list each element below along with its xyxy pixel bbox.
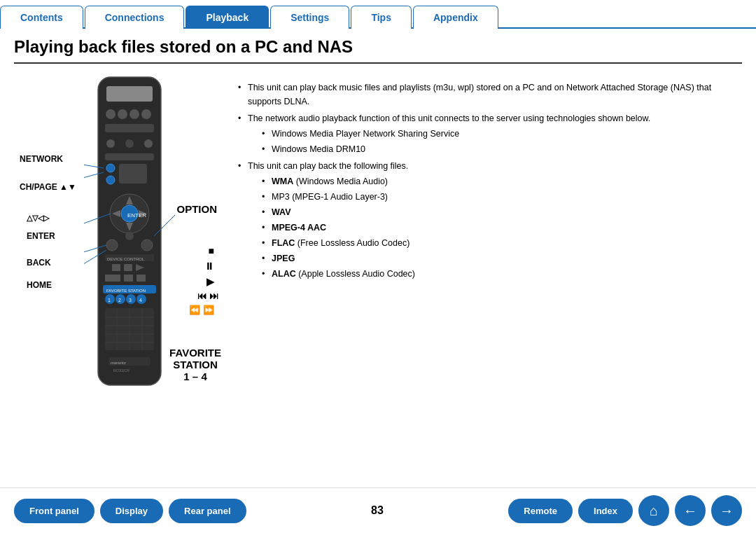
svg-text:ENTER: ENTER xyxy=(127,212,146,219)
svg-point-12 xyxy=(106,176,115,184)
remote-button[interactable]: Remote xyxy=(508,499,573,523)
format-jpeg: JPEG xyxy=(262,251,742,265)
main-content: Playing back files stored on a PC and NA… xyxy=(0,29,756,487)
label-option: OPTION xyxy=(176,203,217,215)
svg-point-21 xyxy=(106,240,118,251)
svg-rect-27 xyxy=(124,264,132,271)
svg-point-9 xyxy=(144,139,153,148)
forward-arrow-icon: → xyxy=(720,503,734,519)
index-button[interactable]: Index xyxy=(578,499,633,523)
svg-text:4: 4 xyxy=(139,298,142,303)
label-play: ▶ xyxy=(206,276,214,287)
svg-text:1: 1 xyxy=(108,298,111,303)
tab-settings[interactable]: Settings xyxy=(270,6,349,29)
front-panel-button[interactable]: Front panel xyxy=(14,499,94,523)
label-pause: ⏸ xyxy=(204,261,214,272)
home-icon-button[interactable]: ⌂ xyxy=(638,495,669,526)
svg-rect-26 xyxy=(112,264,120,271)
svg-rect-13 xyxy=(119,164,147,184)
back-arrow-icon: ← xyxy=(683,503,697,519)
svg-rect-29 xyxy=(105,275,120,282)
page-title: Playing back files stored on a PC and NA… xyxy=(14,29,742,64)
svg-text:2: 2 xyxy=(118,298,121,303)
home-icon: ⌂ xyxy=(650,503,658,519)
info-sub-2: Windows Media DRM10 xyxy=(262,142,742,156)
info-bullet-1: This unit can play back music files and … xyxy=(238,81,742,109)
svg-point-23 xyxy=(125,232,134,240)
format-flac: FLAC (Free Lossless Audio Codec) xyxy=(262,236,742,250)
label-network: NETWORK xyxy=(20,154,63,164)
bottom-navigation: Front panel Display Rear panel 83 Remote… xyxy=(0,487,756,533)
tab-contents[interactable]: Contents xyxy=(0,6,83,29)
svg-point-8 xyxy=(125,139,134,148)
format-wav: WAV xyxy=(262,205,742,219)
remote-illustration-area: NETWORK CH/PAGE ▲▼ △▽◁▷ ENTER BACK HOME … xyxy=(14,74,224,487)
label-arrows: △▽◁▷ xyxy=(27,214,49,223)
svg-rect-10 xyxy=(105,153,154,160)
rear-panel-button[interactable]: Rear panel xyxy=(169,499,246,523)
content-area: NETWORK CH/PAGE ▲▼ △▽◁▷ ENTER BACK HOME … xyxy=(14,74,742,487)
svg-point-22 xyxy=(141,240,153,251)
svg-point-2 xyxy=(106,109,115,119)
tab-appendix[interactable]: Appendix xyxy=(413,6,498,29)
svg-point-3 xyxy=(118,109,127,119)
label-home: HOME xyxy=(27,280,52,290)
label-favorite: FAVORITE STATION 1 – 4 xyxy=(169,347,221,382)
info-sub-1: Windows Media Player Network Sharing Ser… xyxy=(262,127,742,141)
svg-text:3: 3 xyxy=(129,298,132,303)
top-navigation: Contents Connections Playback Settings T… xyxy=(0,0,756,29)
tab-connections[interactable]: Connections xyxy=(85,6,185,29)
svg-rect-30 xyxy=(124,275,133,282)
label-seekback: ⏪ ⏩ xyxy=(189,305,214,315)
format-mpeg4aac: MPEG-4 AAC xyxy=(262,221,742,235)
svg-text:DEVICE CONTROL: DEVICE CONTROL xyxy=(107,257,145,261)
svg-point-5 xyxy=(141,109,151,119)
format-wma: WMA (Windows Media Audio) xyxy=(262,174,742,188)
svg-text:RC002CR: RC002CR xyxy=(113,368,130,373)
svg-rect-1 xyxy=(106,86,153,102)
label-stop: ■ xyxy=(209,245,214,256)
svg-rect-31 xyxy=(136,275,146,282)
page-number: 83 xyxy=(259,504,496,517)
svg-point-7 xyxy=(106,139,115,148)
tab-playback[interactable]: Playback xyxy=(186,6,269,29)
svg-text:FAVORITE STATION: FAVORITE STATION xyxy=(106,289,146,293)
display-button[interactable]: Display xyxy=(100,499,163,523)
label-skipback: ⏮ ⏭ xyxy=(197,291,218,301)
info-text: This unit can play back music files and … xyxy=(238,74,742,487)
svg-rect-6 xyxy=(105,124,154,132)
info-bullet-2: The network audio playback function of t… xyxy=(238,111,742,156)
format-mp3: MP3 (MPEG-1 Audio Layer-3) xyxy=(262,190,742,204)
remote-svg: ENTER DEVICE CONTROL xyxy=(84,74,175,403)
svg-point-11 xyxy=(106,164,115,172)
label-chpage: CH/PAGE ▲▼ xyxy=(20,182,76,192)
back-icon-button[interactable]: ← xyxy=(675,495,706,526)
format-alac: ALAC (Apple Lossless Audio Codec) xyxy=(262,267,742,281)
svg-text:marantz: marantz xyxy=(111,361,126,365)
svg-point-4 xyxy=(130,109,139,119)
forward-icon-button[interactable]: → xyxy=(711,495,742,526)
tab-tips[interactable]: Tips xyxy=(351,6,412,29)
info-bullet-3: This unit can play back the following fi… xyxy=(238,159,742,281)
label-back: BACK xyxy=(27,258,51,268)
label-enter: ENTER xyxy=(27,231,55,241)
